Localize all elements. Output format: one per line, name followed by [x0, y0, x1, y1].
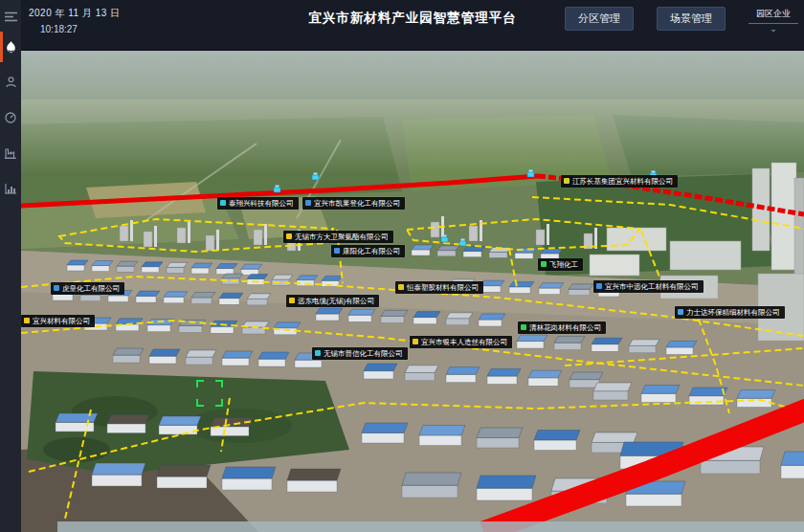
map-company-label[interactable]: 恒泰塑胶材料有限公司: [395, 281, 483, 294]
company-label-text: 力士达环保精细材料有限公司: [686, 309, 780, 317]
company-marker-icon: [315, 350, 321, 356]
company-label-text: 宜兴市中远化工材料有限公司: [605, 283, 699, 291]
company-label-text: 江苏长基集团宜兴材料有限公司: [572, 178, 673, 186]
company-marker-icon: [24, 318, 30, 323]
company-label-text: 清林花岗材料有限公司: [529, 324, 601, 332]
company-label-text: 远东电缆(无锡)有限公司: [298, 298, 374, 305]
chevron-down-icon: ⌄: [748, 25, 798, 33]
sidebar-item-user[interactable]: [0, 70, 21, 95]
map-company-label[interactable]: 宜兴市中远化工材料有限公司: [593, 280, 704, 293]
map-company-label[interactable]: 清林花岗材料有限公司: [518, 321, 606, 334]
chart-icon: [5, 184, 16, 194]
company-marker-icon: [541, 261, 547, 267]
sidebar-item-fire[interactable]: [0, 34, 21, 59]
company-label-text: 宜兴市凯莱登化工有限公司: [314, 200, 400, 208]
map-company-label[interactable]: 江苏长基集团宜兴材料有限公司: [561, 175, 678, 188]
scene-manage-button[interactable]: 场景管理: [657, 7, 726, 31]
map-company-label[interactable]: 宜兴材料有限公司: [21, 315, 95, 327]
company-marker-icon: [334, 248, 340, 254]
map-company-label[interactable]: 飞翔化工: [538, 258, 583, 271]
company-marker-icon: [286, 233, 292, 239]
company-label-text: 无锡市普信化工有限公司: [324, 350, 403, 358]
company-label-text: 宜兴材料有限公司: [33, 318, 90, 325]
sidebar: [0, 0, 21, 532]
fire-icon: [6, 41, 16, 54]
company-label-text: 虎皇化工有限公司: [62, 285, 120, 293]
map-company-label[interactable]: 虎皇化工有限公司: [51, 282, 124, 295]
company-marker-icon: [678, 309, 683, 315]
gauge-icon: [5, 112, 16, 123]
map-company-label[interactable]: 远东电缆(无锡)有限公司: [286, 295, 379, 307]
company-marker-icon: [564, 178, 570, 184]
company-label-text: 宜兴市银丰人造丝有限公司: [421, 339, 507, 346]
map-company-label[interactable]: 康阳化工有限公司: [331, 245, 405, 257]
company-marker-icon: [413, 339, 418, 344]
company-marker-icon: [521, 324, 526, 330]
company-label-text: 无锡市方大卫聚氨酯有限公司: [295, 233, 389, 241]
active-indicator: [0, 32, 3, 62]
company-label-text: 飞翔化工: [549, 261, 578, 269]
company-label-text: 康阳化工有限公司: [343, 248, 400, 255]
map-company-label[interactable]: 无锡市普信化工有限公司: [312, 347, 408, 360]
dropdown-label: 园区企业: [748, 7, 798, 24]
zone-manage-button[interactable]: 分区管理: [565, 7, 634, 31]
company-label-layer: 泰翔兴科技有限公司宜兴市凯莱登化工有限公司无锡市方大卫聚氨酯有限公司康阳化工有限…: [21, 50, 804, 532]
menu-button[interactable]: [0, 4, 21, 29]
sidebar-item-gauge[interactable]: [0, 105, 21, 130]
app-root: { "header": { "date": "2020 年 11 月 13 日"…: [0, 0, 804, 532]
top-bar: 2020 年 11 月 13 日 10:18:27 宜兴市新材料产业园智慧管理平…: [21, 0, 804, 51]
company-marker-icon: [305, 200, 311, 206]
park-enterprise-dropdown[interactable]: 园区企业 ⌄: [748, 7, 798, 33]
company-marker-icon: [289, 298, 295, 303]
company-label-text: 恒泰塑胶材料有限公司: [407, 284, 479, 292]
map-company-label[interactable]: 宜兴市银丰人造丝有限公司: [410, 336, 512, 348]
map-company-label[interactable]: 力士达环保精细材料有限公司: [675, 306, 785, 319]
company-marker-icon: [398, 284, 404, 290]
company-marker-icon: [54, 285, 59, 291]
map-3d-viewport[interactable]: 泰翔兴科技有限公司宜兴市凯莱登化工有限公司无锡市方大卫聚氨酯有限公司康阳化工有限…: [21, 50, 804, 532]
company-marker-icon: [596, 283, 602, 289]
company-marker-icon: [220, 200, 226, 206]
user-icon: [6, 77, 16, 88]
company-label-text: 泰翔兴科技有限公司: [229, 200, 294, 208]
map-company-label[interactable]: 泰翔兴科技有限公司: [217, 197, 299, 210]
factory-icon: [5, 148, 16, 159]
sidebar-item-chart[interactable]: [0, 176, 21, 201]
map-company-label[interactable]: 无锡市方大卫聚氨酯有限公司: [283, 231, 393, 243]
map-company-label[interactable]: 宜兴市凯莱登化工有限公司: [302, 197, 405, 210]
sidebar-item-factory[interactable]: [0, 141, 21, 166]
